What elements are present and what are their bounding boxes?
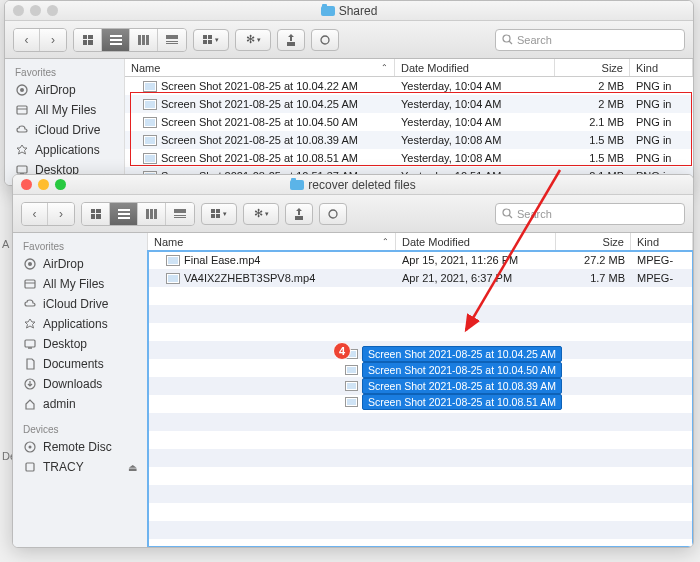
action-button[interactable]: ✻▾ bbox=[243, 203, 279, 225]
col-date[interactable]: Date Modified bbox=[395, 59, 555, 76]
file-row[interactable]: Final Ease.mp4Apr 15, 2021, 11:26 PM27.2… bbox=[148, 251, 693, 269]
coverflow-view-button[interactable] bbox=[158, 29, 186, 51]
titlebar[interactable]: Shared bbox=[5, 1, 693, 21]
svg-rect-30 bbox=[174, 217, 186, 218]
file-row[interactable]: Screen Shot 2021-08-25 at 10.04.25 AMYes… bbox=[125, 95, 693, 113]
col-name[interactable]: Name⌃ bbox=[148, 233, 396, 250]
sidebar-item-all-my-files[interactable]: All My Files bbox=[13, 274, 147, 294]
file-row[interactable]: Screen Shot 2021-08-25 at 10.08.51 AMYes… bbox=[125, 149, 693, 167]
file-row[interactable]: Screen Shot 2021-08-25 at 10.04.22 AMYes… bbox=[125, 77, 693, 95]
close-button[interactable] bbox=[21, 179, 32, 190]
file-row[interactable] bbox=[148, 287, 693, 305]
sidebar-item-label: All My Files bbox=[43, 277, 104, 291]
file-name: Screen Shot 2021-08-25 at 10.04.50 AM bbox=[161, 116, 358, 128]
sidebar-item-airdrop[interactable]: AirDrop bbox=[13, 254, 147, 274]
sidebar-item-all-my-files[interactable]: All My Files bbox=[5, 100, 124, 120]
close-button[interactable] bbox=[13, 5, 24, 16]
svg-rect-40 bbox=[25, 280, 35, 288]
titlebar[interactable]: recover deleted files bbox=[13, 175, 693, 195]
list-view-button[interactable] bbox=[110, 203, 138, 225]
minimize-button[interactable] bbox=[38, 179, 49, 190]
folder-icon bbox=[321, 6, 335, 16]
sidebar-item-label: iCloud Drive bbox=[43, 297, 108, 311]
arrange-button[interactable]: ▾ bbox=[193, 29, 229, 51]
action-button[interactable]: ✻▾ bbox=[235, 29, 271, 51]
file-icon bbox=[345, 381, 358, 391]
file-row[interactable] bbox=[148, 485, 693, 503]
sidebar-item-applications[interactable]: Applications bbox=[5, 140, 124, 160]
file-size: 1.5 MB bbox=[555, 152, 630, 164]
file-kind: PNG in bbox=[630, 116, 693, 128]
column-view-button[interactable] bbox=[138, 203, 166, 225]
file-row[interactable] bbox=[148, 467, 693, 485]
back-button[interactable]: ‹ bbox=[14, 29, 40, 51]
sidebar-item-desktop[interactable]: Desktop bbox=[13, 334, 147, 354]
sidebar-item-icloud-drive[interactable]: iCloud Drive bbox=[5, 120, 124, 140]
file-row[interactable]: Screen Shot 2021-08-25 at 10.04.50 AMYes… bbox=[125, 113, 693, 131]
col-kind[interactable]: Kind bbox=[630, 59, 693, 76]
svg-rect-24 bbox=[118, 217, 130, 219]
file-row[interactable]: VA4IX2ZHEBT3SPV8.mp4Apr 21, 2021, 6:37 P… bbox=[148, 269, 693, 287]
sidebar-item-downloads[interactable]: Downloads bbox=[13, 374, 147, 394]
col-kind[interactable]: Kind bbox=[631, 233, 693, 250]
file-row[interactable] bbox=[148, 449, 693, 467]
sidebar-item-documents[interactable]: Documents bbox=[13, 354, 147, 374]
svg-rect-4 bbox=[142, 35, 145, 45]
file-row[interactable] bbox=[148, 503, 693, 521]
file-kind: MPEG- bbox=[631, 272, 693, 284]
file-row[interactable] bbox=[148, 305, 693, 323]
file-row[interactable] bbox=[148, 431, 693, 449]
svg-rect-11 bbox=[203, 40, 207, 44]
search-input[interactable]: Search bbox=[495, 29, 685, 51]
eject-icon[interactable]: ⏏ bbox=[128, 462, 137, 473]
file-kind: PNG in bbox=[630, 98, 693, 110]
file-row[interactable] bbox=[148, 413, 693, 431]
view-switcher bbox=[73, 28, 187, 52]
sidebar-item-applications[interactable]: Applications bbox=[13, 314, 147, 334]
coverflow-view-button[interactable] bbox=[166, 203, 194, 225]
share-button[interactable] bbox=[277, 29, 305, 51]
drag-item-label: Screen Shot 2021-08-25 at 10.04.25 AM bbox=[362, 346, 562, 362]
file-name: Screen Shot 2021-08-25 at 10.04.22 AM bbox=[161, 80, 358, 92]
arrange-button[interactable]: ▾ bbox=[201, 203, 237, 225]
share-button[interactable] bbox=[285, 203, 313, 225]
downloads-icon bbox=[23, 377, 37, 391]
view-switcher bbox=[81, 202, 195, 226]
svg-rect-10 bbox=[208, 35, 212, 39]
sidebar-item-icloud-drive[interactable]: iCloud Drive bbox=[13, 294, 147, 314]
back-button[interactable]: ‹ bbox=[22, 203, 48, 225]
col-size[interactable]: Size bbox=[556, 233, 631, 250]
file-date: Apr 15, 2021, 11:26 PM bbox=[396, 254, 556, 266]
sidebar-item-label: Applications bbox=[35, 143, 100, 157]
col-name[interactable]: Name⌃ bbox=[125, 59, 395, 76]
zoom-button[interactable] bbox=[55, 179, 66, 190]
file-row[interactable]: Screen Shot 2021-08-25 at 10.08.39 AMYes… bbox=[125, 131, 693, 149]
forward-button[interactable]: › bbox=[40, 29, 66, 51]
list-view-button[interactable] bbox=[102, 29, 130, 51]
svg-rect-42 bbox=[25, 340, 35, 347]
file-row[interactable] bbox=[148, 323, 693, 341]
sidebar-item-admin[interactable]: admin bbox=[13, 394, 147, 414]
column-view-button[interactable] bbox=[130, 29, 158, 51]
tags-button[interactable] bbox=[311, 29, 339, 51]
icon-view-button[interactable] bbox=[82, 203, 110, 225]
file-name: Screen Shot 2021-08-25 at 10.04.25 AM bbox=[161, 98, 358, 110]
search-input[interactable]: Search bbox=[495, 203, 685, 225]
tags-button[interactable] bbox=[319, 203, 347, 225]
minimize-button[interactable] bbox=[30, 5, 41, 16]
sidebar-item-remote-disc[interactable]: Remote Disc bbox=[13, 437, 147, 457]
svg-rect-33 bbox=[211, 214, 215, 218]
sidebar-item-tracy[interactable]: TRACY⏏ bbox=[13, 457, 147, 477]
col-date[interactable]: Date Modified bbox=[396, 233, 556, 250]
svg-rect-18 bbox=[17, 106, 27, 114]
file-date: Yesterday, 10:04 AM bbox=[395, 80, 555, 92]
zoom-button[interactable] bbox=[47, 5, 58, 16]
file-date: Apr 21, 2021, 6:37 PM bbox=[396, 272, 556, 284]
forward-button[interactable]: › bbox=[48, 203, 74, 225]
file-icon bbox=[166, 273, 180, 284]
file-row[interactable] bbox=[148, 521, 693, 539]
icon-view-button[interactable] bbox=[74, 29, 102, 51]
desktop-icon bbox=[23, 337, 37, 351]
sidebar-item-airdrop[interactable]: AirDrop bbox=[5, 80, 124, 100]
col-size[interactable]: Size bbox=[555, 59, 630, 76]
